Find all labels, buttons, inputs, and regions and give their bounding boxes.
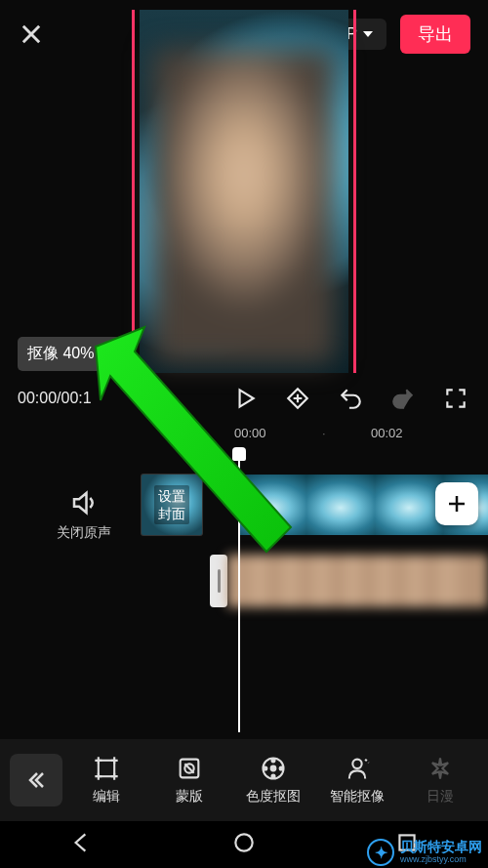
preview-subject-blur	[153, 49, 335, 363]
tool-label: 编辑	[93, 788, 120, 806]
export-button[interactable]: 导出	[400, 15, 470, 54]
bottom-toolbar: 编辑 蒙版 色度抠图 智能抠像 日漫	[0, 739, 488, 821]
clip-thumbnail	[375, 475, 443, 535]
timeline-area: 关闭原声 设置 封面	[0, 449, 488, 742]
redo-icon	[388, 384, 418, 413]
undo-icon[interactable]	[336, 384, 365, 413]
timecode-label: 00:00/00:1	[18, 390, 92, 407]
collapse-toolbar-button[interactable]	[10, 754, 62, 806]
svg-point-5	[271, 759, 274, 762]
svg-rect-0	[99, 761, 114, 776]
nav-back-icon[interactable]	[68, 830, 94, 859]
mute-label: 关闭原声	[57, 524, 111, 542]
clip-thumbnail	[306, 475, 375, 535]
cutout-clip-thumbnails	[227, 555, 488, 607]
progress-toast: 抠像 40%	[18, 337, 125, 371]
svg-point-8	[280, 766, 283, 769]
keyframe-add-icon[interactable]	[283, 384, 312, 413]
ruler-tick: 00:02	[371, 426, 403, 440]
ruler-tick: 00:00	[234, 426, 266, 440]
playhead[interactable]	[238, 449, 240, 732]
nav-home-icon[interactable]	[231, 830, 257, 859]
watermark-logo-icon: ✦	[367, 839, 394, 866]
tool-chroma-key[interactable]: 色度抠图	[239, 755, 307, 806]
chevron-down-icon	[363, 31, 373, 37]
tool-edit[interactable]: 编辑	[72, 755, 141, 806]
tool-anime-filter[interactable]: 日漫	[406, 755, 474, 806]
clip-thumbnail	[238, 475, 306, 535]
clip-handle-left[interactable]	[210, 555, 227, 607]
watermark: ✦ 贝斯特安卓网 www.zjbstyy.com	[367, 839, 482, 866]
progress-toast-label: 抠像 40%	[27, 344, 94, 364]
tool-label: 蒙版	[176, 788, 203, 806]
svg-point-6	[271, 775, 274, 778]
cutout-track[interactable]	[210, 555, 488, 607]
add-clip-button[interactable]	[435, 482, 478, 525]
ruler-tick-minor: ·	[322, 426, 326, 440]
set-cover-button[interactable]: 设置 封面	[142, 475, 202, 535]
svg-point-10	[235, 834, 252, 850]
video-preview[interactable]	[140, 10, 348, 373]
watermark-url: www.zjbstyy.com	[400, 855, 482, 865]
toast-close-icon[interactable]	[102, 348, 115, 361]
fullscreen-icon[interactable]	[441, 384, 470, 413]
close-icon[interactable]	[18, 21, 45, 48]
tool-label: 智能抠像	[330, 788, 385, 806]
tool-label: 日漫	[427, 788, 454, 806]
play-icon[interactable]	[230, 384, 260, 413]
svg-point-9	[352, 760, 361, 768]
preview-frame-right	[353, 10, 356, 373]
mute-original-audio-button[interactable]: 关闭原声	[57, 488, 111, 542]
preview-frame-left	[132, 10, 135, 373]
time-ruler[interactable]: 00:00 · 00:02	[0, 426, 488, 445]
watermark-brand: 贝斯特安卓网	[400, 840, 482, 854]
svg-point-4	[271, 766, 276, 771]
tool-label: 色度抠图	[246, 788, 301, 806]
svg-point-7	[264, 766, 266, 769]
tool-mask[interactable]: 蒙版	[155, 755, 224, 806]
tool-smart-cutout[interactable]: 智能抠像	[323, 755, 391, 806]
tool-items: 编辑 蒙版 色度抠图 智能抠像 日漫	[62, 755, 488, 806]
transport-bar: 00:00/00:1	[0, 379, 488, 418]
set-cover-label: 设置 封面	[154, 485, 189, 524]
